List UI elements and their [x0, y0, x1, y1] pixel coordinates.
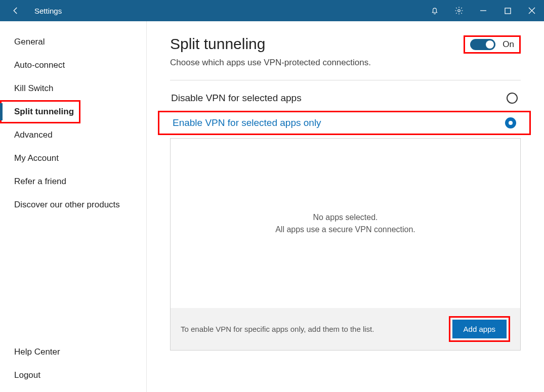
- sidebar-item-label: Logout: [14, 370, 40, 380]
- maximize-button[interactable]: [495, 0, 520, 21]
- radio-icon: [507, 93, 518, 104]
- option-label: Disable VPN for selected apps: [171, 93, 302, 104]
- add-apps-highlight: Add apps: [449, 316, 510, 342]
- sidebar-item-general[interactable]: General: [0, 30, 146, 54]
- back-button[interactable]: [6, 0, 25, 21]
- sidebar-item-label: Help Center: [14, 347, 60, 357]
- minimize-button[interactable]: [471, 0, 495, 21]
- sidebar-item-refer-a-friend[interactable]: Refer a friend: [0, 170, 146, 193]
- page-subtitle: Choose which apps use VPN-protected conn…: [170, 58, 371, 68]
- window-title: Settings: [25, 7, 62, 15]
- apps-footer-text: To enable VPN for specific apps only, ad…: [181, 325, 439, 333]
- sidebar-item-label: General: [14, 37, 45, 47]
- notifications-icon[interactable]: [423, 0, 447, 21]
- sidebar-item-logout[interactable]: Logout: [0, 364, 146, 387]
- svg-point-0: [458, 10, 461, 12]
- split-tunneling-toggle[interactable]: [470, 39, 495, 50]
- sidebar-item-kill-switch[interactable]: Kill Switch: [0, 77, 146, 100]
- sidebar-item-label: Discover our other products: [14, 200, 120, 209]
- toggle-state-label: On: [503, 39, 514, 50]
- sidebar-item-label: My Account: [14, 153, 59, 163]
- empty-line-2: All apps use a secure VPN connection.: [275, 224, 415, 236]
- sidebar: General Auto-connect Kill Switch Split t…: [0, 21, 147, 392]
- sidebar-item-help-center[interactable]: Help Center: [0, 340, 146, 364]
- option-disable-vpn-selected-apps[interactable]: Disable VPN for selected apps: [170, 85, 521, 111]
- option-label: Enable VPN for selected apps only: [173, 117, 321, 128]
- split-tunneling-toggle-wrap: On: [464, 35, 521, 54]
- empty-line-1: No apps selected.: [313, 211, 378, 224]
- svg-rect-1: [505, 8, 511, 14]
- apps-footer: To enable VPN for specific apps only, ad…: [171, 308, 520, 350]
- settings-gear-icon[interactable]: [447, 0, 471, 21]
- sidebar-item-auto-connect[interactable]: Auto-connect: [0, 54, 146, 77]
- sidebar-item-label: Kill Switch: [14, 83, 53, 93]
- sidebar-item-split-tunneling[interactable]: Split tunneling: [0, 100, 80, 123]
- apps-list-box: No apps selected. All apps use a secure …: [170, 138, 521, 351]
- main-content: Split tunneling Choose which apps use VP…: [147, 21, 544, 392]
- divider: [170, 80, 521, 80]
- sidebar-item-label: Advanced: [14, 130, 53, 140]
- apps-empty-state: No apps selected. All apps use a secure …: [171, 139, 520, 308]
- sidebar-item-advanced[interactable]: Advanced: [0, 123, 146, 147]
- sidebar-item-my-account[interactable]: My Account: [0, 147, 146, 170]
- sidebar-item-label: Split tunneling: [14, 107, 74, 116]
- sidebar-item-discover-products[interactable]: Discover our other products: [0, 193, 146, 216]
- option-enable-vpn-selected-apps-only[interactable]: Enable VPN for selected apps only: [158, 111, 531, 135]
- radio-icon: [505, 117, 516, 128]
- sidebar-item-label: Auto-connect: [14, 60, 65, 70]
- title-bar: Settings: [0, 0, 544, 21]
- page-title: Split tunneling: [170, 35, 371, 53]
- close-button[interactable]: [520, 0, 544, 21]
- add-apps-button[interactable]: Add apps: [452, 320, 507, 338]
- sidebar-item-label: Refer a friend: [14, 177, 66, 186]
